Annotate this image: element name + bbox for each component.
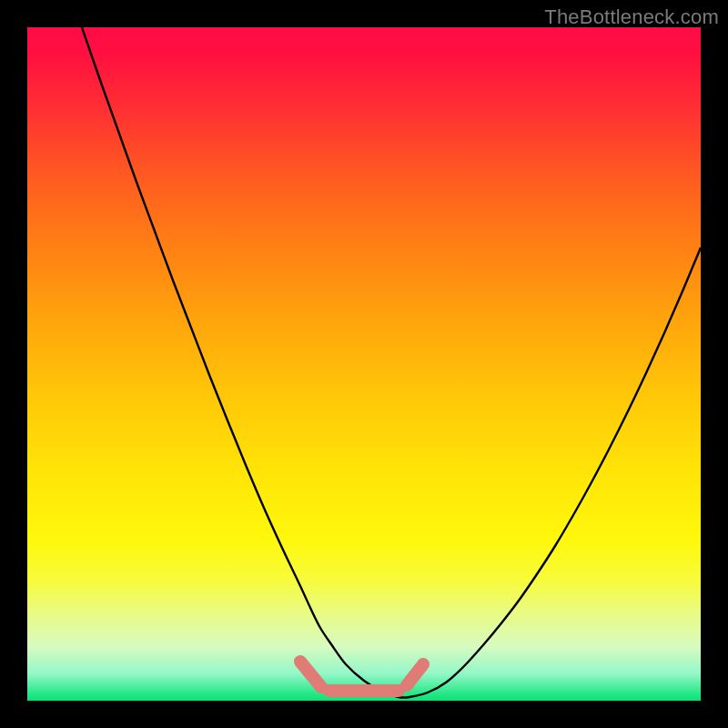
watermark-text: TheBottleneck.com [544,5,719,29]
chart-frame: TheBottleneck.com [0,0,728,728]
plot-area [27,27,701,701]
flat-marker-segment [300,662,321,687]
curve-svg [27,27,701,701]
flat-marker-segment [407,664,423,685]
marker-group [300,662,423,691]
v-curve-path [82,27,701,698]
